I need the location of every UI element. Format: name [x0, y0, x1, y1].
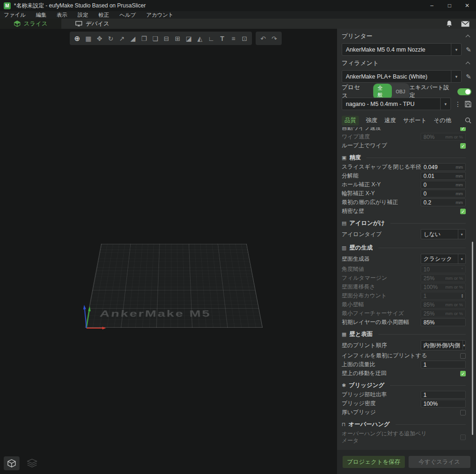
close-button[interactable]: ✕ — [458, 0, 476, 11]
menu-item-0[interactable]: ファイル — [4, 12, 26, 19]
section-divider — [378, 248, 466, 248]
setting-label: 壁のプリント順序 — [342, 342, 387, 349]
scrollbar-thumb[interactable] — [472, 242, 473, 435]
notifications-bell-icon[interactable] — [446, 20, 453, 27]
menu-item-2[interactable]: 表示 — [57, 12, 67, 19]
tool-split-to-objects-button[interactable]: ⊟ — [161, 33, 172, 44]
printer-select[interactable]: AnkerMake M5 0.4 mm Nozzle ▾ — [342, 43, 462, 56]
param-tab-速度[interactable]: 速度 — [384, 117, 396, 125]
maximize-button[interactable]: □ — [441, 0, 458, 11]
tool-lay-flat-button[interactable]: ∟ — [205, 33, 217, 44]
setting-checkbox[interactable]: ✓ — [460, 127, 466, 131]
filament-section-header[interactable]: フィラメント — [342, 57, 471, 69]
seam-painting-icon: ◪ — [185, 35, 192, 42]
setting-row: 壁のプリント順序内側/外側/内側▾ — [342, 339, 466, 351]
process-preset-select[interactable]: nagano - M5 0.4mm - TPU ▾ — [342, 98, 451, 110]
wall-generation-icon: ▥ — [342, 245, 346, 251]
view-layers-button[interactable] — [24, 456, 40, 470]
filament-select[interactable]: AnkerMake PLA+ Basic (White) ▾ — [342, 70, 462, 83]
settings-panel: プリンター AnkerMake M5 0.4 mm Nozzle ▾ ✎ フィラ… — [337, 29, 476, 474]
tool-import-button[interactable]: ⊕ — [72, 33, 83, 44]
edit-printer-icon[interactable]: ✎ — [466, 46, 471, 53]
settings-section-header: ▤アイロンがけ — [342, 218, 466, 228]
scope-object-pill[interactable]: OBJ — [392, 88, 409, 95]
setting-row: ブリッジ密度100% — [342, 399, 466, 408]
setting-input[interactable]: 0.01mm — [421, 172, 466, 180]
setting-input[interactable]: 100% — [421, 400, 466, 408]
menu-item-4[interactable]: 較正 — [99, 12, 109, 19]
param-tab-その他[interactable]: その他 — [434, 117, 451, 125]
tab-slice[interactable]: スライス — [0, 19, 61, 29]
setting-input[interactable]: 85% — [421, 318, 466, 326]
redo-button[interactable]: ↷ — [269, 33, 280, 44]
setting-input[interactable]: 0mm — [421, 190, 466, 198]
param-tab-サポート[interactable]: サポート — [403, 117, 427, 125]
setting-label: 輪郭補正 X-Y — [342, 190, 375, 198]
slice-now-button[interactable]: 今すぐスライス — [409, 456, 471, 468]
setting-checkbox[interactable] — [460, 353, 466, 359]
setting-checkbox[interactable]: ✓ — [460, 371, 466, 376]
menu-item-1[interactable]: 編集 — [36, 12, 46, 19]
setting-input[interactable]: 0.049mm — [421, 163, 466, 171]
settings-scroll-area[interactable]: 自動ワイプ速度✓ワイプ速度80%mm or %ループ上でワイプ✓▣精度スライスギ… — [342, 127, 471, 450]
tool-paste-button[interactable]: ❏ — [150, 33, 161, 44]
setting-value: 1 — [423, 362, 463, 368]
setting-input: 80%mm or % — [421, 133, 466, 141]
setting-label: ループ上でワイプ — [342, 142, 387, 150]
setting-label: 最初の層の広がり補正 — [342, 198, 398, 206]
setting-input[interactable]: 1 — [421, 361, 466, 369]
param-tab-強度[interactable]: 強度 — [366, 117, 377, 125]
tab-device[interactable]: デバイス — [61, 19, 123, 29]
param-tab-品質[interactable]: 品質 — [342, 116, 359, 125]
setting-label: 壁面遷移長さ — [342, 283, 375, 291]
chevron-down-icon: ▾ — [440, 98, 450, 110]
messages-mail-icon[interactable] — [461, 21, 469, 27]
setting-input[interactable]: 0.2mm — [421, 198, 466, 206]
setting-checkbox[interactable]: ✓ — [460, 143, 466, 149]
settings-section-header: ✱ブリッジング — [342, 380, 466, 390]
tool-place-on-face-button[interactable]: ◢ — [127, 33, 139, 44]
expert-settings-toggle[interactable] — [457, 88, 471, 95]
setting-checkbox[interactable] — [460, 410, 466, 415]
tool-arrange-button[interactable]: ▦ — [83, 33, 94, 44]
setting-row: ワイプ速度80%mm or % — [342, 132, 466, 141]
minimize-button[interactable]: – — [423, 0, 441, 11]
setting-input[interactable]: 1 — [421, 391, 466, 399]
setting-input[interactable]: 0mm — [421, 181, 466, 189]
tool-copy-button[interactable]: ❐ — [139, 33, 150, 44]
save-preset-icon[interactable] — [465, 101, 471, 107]
view-3d-button[interactable] — [4, 456, 20, 470]
tool-group: ⊕▦✥↻↗◢❐❏⊟⊞◪◭∟T≡⊡ — [70, 32, 252, 45]
settings-section-header: ▣精度 — [342, 152, 466, 163]
edit-filament-icon[interactable]: ✎ — [466, 73, 471, 80]
menu-item-6[interactable]: アカウント — [146, 12, 173, 19]
setting-row: 精密な壁✓ — [342, 207, 466, 216]
import-icon: ⊕ — [74, 34, 80, 43]
tool-seam-painting-button[interactable]: ◪ — [183, 33, 194, 44]
tool-rotate-button[interactable]: ↻ — [105, 33, 116, 44]
tool-support-painting-button[interactable]: ◭ — [194, 33, 205, 44]
save-project-button[interactable]: プロジェクトを保存 — [343, 456, 405, 468]
tool-move-button[interactable]: ✥ — [94, 33, 105, 44]
scope-global-pill[interactable]: 全般 — [373, 84, 392, 99]
section-divider — [390, 223, 466, 224]
3d-viewport[interactable]: ⊕▦✥↻↗◢❐❏⊟⊞◪◭∟T≡⊡ ↶ ↷ AnkerMake M5 — [0, 29, 337, 474]
menu-item-3[interactable]: 設定 — [78, 12, 88, 19]
setting-select[interactable]: しない▾ — [421, 229, 466, 239]
search-icon[interactable] — [465, 117, 471, 124]
setting-select[interactable]: 内側/外側/内側▾ — [421, 340, 466, 350]
menu-item-5[interactable]: ヘルプ — [119, 12, 136, 19]
setting-select[interactable]: クラシック▾ — [421, 254, 466, 264]
tool-split-to-parts-button[interactable]: ⊞ — [172, 33, 183, 44]
tool-multimaterial-painting-button[interactable]: ⊡ — [239, 33, 250, 44]
setting-label: ホール補正 X-Y — [342, 181, 381, 189]
setting-label: ブリッジ部吐出率 — [342, 391, 387, 399]
tool-scale-button[interactable]: ↗ — [116, 33, 127, 44]
printer-section-header[interactable]: プリンター — [342, 30, 471, 42]
undo-button[interactable]: ↶ — [258, 33, 269, 44]
tool-add-text-button[interactable]: T — [217, 33, 228, 44]
tool-variable-layer-height-button[interactable]: ≡ — [228, 33, 239, 44]
setting-value: 0.2 — [423, 199, 456, 206]
setting-checkbox[interactable]: ✓ — [460, 209, 466, 214]
preset-menu-icon[interactable]: ⋮ — [455, 100, 461, 108]
